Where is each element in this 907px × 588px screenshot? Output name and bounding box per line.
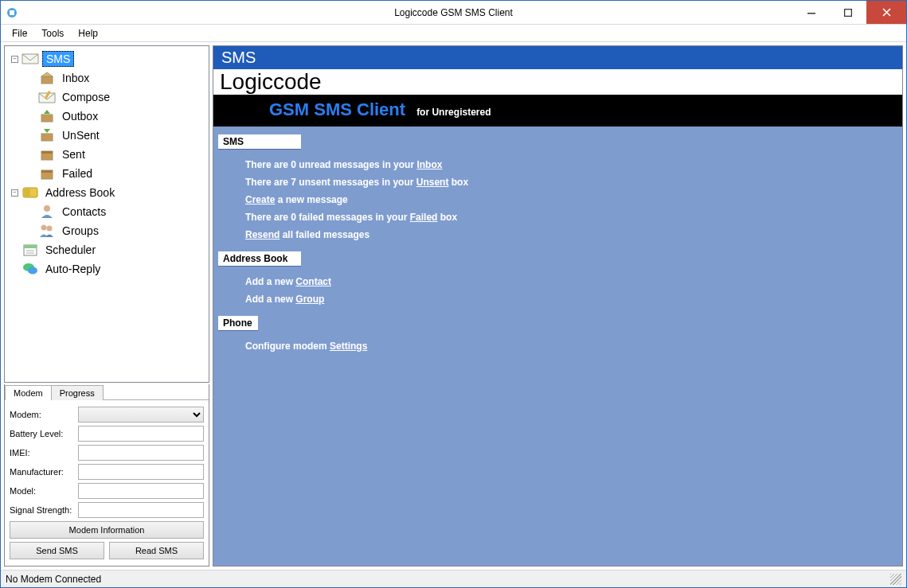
titlebar: Logiccode GSM SMS Client — [1, 1, 906, 25]
link-unsent[interactable]: Unsent — [416, 177, 449, 188]
window-controls — [793, 1, 906, 24]
minimize-button[interactable] — [793, 1, 830, 24]
app-icon — [6, 6, 18, 19]
imei-input[interactable] — [78, 445, 204, 461]
box-up-icon — [38, 108, 56, 124]
battery-input[interactable] — [78, 426, 204, 442]
bottom-tabs: Modem Progress Modem: Battery Level: IME… — [4, 384, 209, 567]
box-icon — [38, 165, 56, 181]
link-create[interactable]: Create — [245, 194, 275, 205]
menu-help[interactable]: Help — [72, 26, 104, 41]
text: Add a new — [245, 294, 295, 305]
svg-rect-1 — [10, 10, 14, 15]
tree-outbox[interactable]: Outbox — [37, 107, 207, 126]
tree-groups[interactable]: Groups — [37, 221, 207, 240]
svg-rect-2 — [807, 13, 815, 14]
svg-point-19 — [44, 205, 50, 212]
model-input[interactable] — [78, 483, 204, 499]
tree-label: SMS — [42, 51, 74, 67]
svg-rect-23 — [24, 245, 37, 248]
text: There are 0 unread messages in your — [245, 159, 416, 170]
dash-line: There are 0 failed messages in your Fail… — [218, 208, 897, 226]
menu-file[interactable]: File — [6, 26, 33, 41]
box-open-icon — [38, 70, 56, 86]
menu-tools[interactable]: Tools — [35, 26, 70, 41]
collapse-icon[interactable]: − — [11, 56, 18, 63]
tree-autoreply[interactable]: Auto-Reply — [10, 259, 207, 278]
brand-title: Logiccode — [213, 69, 902, 95]
read-sms-button[interactable]: Read SMS — [109, 542, 204, 559]
people-icon — [38, 223, 56, 239]
dash-line: Add a new Contact — [218, 273, 897, 290]
section-addressbook: Address Book Add a new Contact Add a new… — [218, 251, 897, 308]
box-down-icon — [38, 127, 56, 143]
manufacturer-input[interactable] — [78, 464, 204, 480]
tab-progress[interactable]: Progress — [51, 385, 104, 400]
tab-modem[interactable]: Modem — [5, 385, 52, 400]
section-title: Phone — [218, 316, 258, 331]
svg-marker-12 — [44, 129, 50, 133]
product-banner: GSM SMS Client for Unregistered — [213, 95, 902, 127]
link-contact[interactable]: Contact — [295, 276, 331, 287]
text: all failed messages — [280, 229, 369, 240]
tree-label: Inbox — [59, 71, 92, 85]
envelope-icon — [22, 51, 39, 67]
tree-contacts[interactable]: Contacts — [37, 202, 207, 221]
battery-label: Battery Level: — [10, 429, 78, 438]
section-phone: Phone Configure modem Settings — [218, 316, 897, 355]
calendar-icon — [22, 242, 39, 258]
modem-info-button[interactable]: Modem Information — [10, 521, 204, 539]
text: box — [437, 212, 457, 223]
tree-label: Outbox — [59, 109, 101, 123]
box-icon — [38, 146, 56, 162]
text: a new message — [275, 194, 347, 205]
modem-select[interactable] — [78, 407, 204, 423]
tree-label: Compose — [59, 90, 113, 104]
tree-sms[interactable]: − SMS — [10, 49, 207, 68]
tree-label: Contacts — [59, 204, 109, 219]
dash-line: There are 0 unread messages in your Inbo… — [218, 156, 897, 173]
tree-inbox[interactable]: Inbox — [37, 68, 207, 88]
tree-compose[interactable]: Compose — [37, 88, 207, 107]
svg-rect-5 — [41, 76, 53, 84]
main-area: − SMS Inbox Compose Outbox — [1, 42, 906, 570]
section-title: Address Book — [218, 251, 301, 267]
tree-unsent[interactable]: UnSent — [37, 126, 207, 145]
svg-marker-10 — [44, 110, 50, 114]
content-panel: SMS Logiccode GSM SMS Client for Unregis… — [213, 45, 903, 567]
link-failed[interactable]: Failed — [410, 212, 438, 223]
collapse-icon[interactable]: − — [11, 189, 18, 197]
link-group[interactable]: Group — [295, 294, 324, 305]
dash-line: Resend all failed messages — [218, 226, 897, 243]
link-resend[interactable]: Resend — [245, 229, 280, 240]
link-settings[interactable]: Settings — [330, 341, 367, 352]
maximize-button[interactable] — [830, 1, 866, 24]
nav-tree[interactable]: − SMS Inbox Compose Outbox — [4, 45, 209, 383]
svg-marker-6 — [41, 72, 53, 76]
tree-label: UnSent — [59, 128, 103, 142]
product-name: GSM SMS Client — [269, 99, 405, 120]
tree-sent[interactable]: Sent — [37, 145, 207, 164]
svg-rect-14 — [41, 151, 53, 154]
book-icon — [22, 185, 39, 201]
close-button[interactable] — [866, 1, 906, 24]
tree-addressbook[interactable]: − Address Book — [10, 183, 207, 202]
modem-label: Modem: — [10, 410, 78, 419]
text: box — [448, 177, 468, 188]
link-inbox[interactable]: Inbox — [416, 159, 442, 170]
text: Add a new — [245, 276, 295, 287]
tree-scheduler[interactable]: Scheduler — [10, 240, 207, 259]
svg-point-27 — [28, 267, 37, 275]
manufacturer-label: Manufacturer: — [10, 467, 78, 477]
chat-icon — [22, 261, 39, 277]
send-sms-button[interactable]: Send SMS — [10, 542, 104, 559]
tree-label: Address Book — [42, 185, 118, 200]
tree-label: Auto-Reply — [42, 262, 104, 276]
dash-line: Add a new Group — [218, 290, 897, 308]
left-column: − SMS Inbox Compose Outbox — [4, 45, 209, 567]
resize-grip-icon[interactable] — [890, 574, 901, 585]
signal-label: Signal Strength: — [10, 505, 78, 515]
signal-input[interactable] — [78, 502, 204, 518]
tree-failed[interactable]: Failed — [37, 164, 207, 183]
svg-rect-18 — [23, 188, 30, 197]
